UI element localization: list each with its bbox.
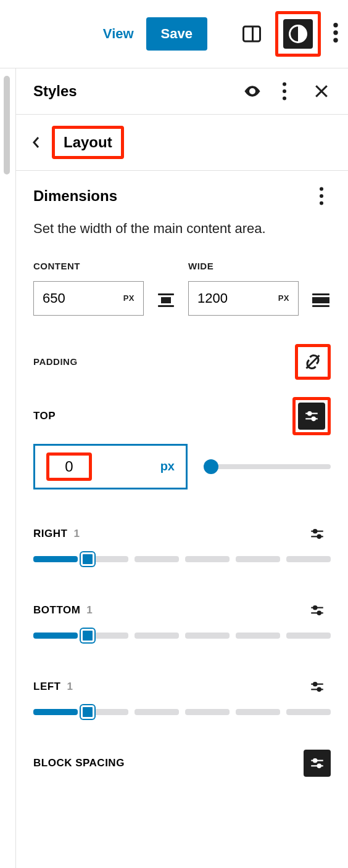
svg-point-11 (320, 187, 323, 190)
svg-point-28 (313, 682, 317, 686)
highlight-top-value (46, 452, 92, 481)
panel-subnav: Layout (16, 115, 348, 171)
padding-right-settings-icon[interactable] (304, 520, 331, 547)
dimensions-description: Set the width of the main content area. (33, 219, 331, 239)
svg-point-8 (283, 97, 286, 100)
svg-point-6 (283, 82, 286, 86)
editor-topbar: View Save (0, 0, 348, 68)
slider-thumb[interactable] (81, 705, 94, 719)
svg-point-26 (318, 612, 321, 615)
unlink-sides-icon[interactable] (302, 351, 324, 373)
scrollbar-hint[interactable] (0, 68, 16, 868)
padding-left-slider[interactable] (33, 709, 331, 715)
svg-point-7 (283, 89, 286, 93)
wide-width-input[interactable] (197, 290, 278, 306)
padding-right-label: RIGHT1 (33, 528, 80, 540)
wide-align-icon[interactable] (311, 293, 331, 307)
panel-title: Styles (33, 83, 230, 100)
content-width-unit[interactable]: PX (123, 293, 135, 303)
padding-left-settings-icon[interactable] (304, 673, 331, 700)
padding-top-label: TOP (33, 410, 56, 422)
svg-point-16 (308, 412, 311, 415)
padding-bottom-slider[interactable] (33, 633, 331, 639)
padding-left-label: LEFT1 (33, 681, 73, 693)
svg-point-20 (313, 530, 317, 533)
highlight-layout-label: Layout (52, 126, 124, 159)
slider-thumb[interactable] (81, 552, 94, 566)
wide-width-unit[interactable]: PX (278, 293, 289, 303)
padding-top-input-wrap[interactable]: px (33, 444, 188, 489)
padding-top-slider[interactable] (204, 464, 331, 469)
svg-point-22 (318, 535, 321, 538)
svg-point-3 (333, 23, 338, 27)
dimensions-heading: Dimensions (33, 187, 117, 205)
padding-bottom-settings-icon[interactable] (304, 597, 331, 624)
content-align-icon[interactable] (156, 293, 176, 307)
panel-header: Styles (16, 68, 348, 115)
wide-width-input-wrap[interactable]: PX (188, 281, 299, 316)
slider-thumb[interactable] (81, 629, 94, 642)
svg-point-34 (318, 764, 321, 768)
dimensions-more-menu-icon[interactable] (312, 187, 331, 205)
padding-top-input[interactable] (57, 458, 81, 475)
panel-toggle-icon[interactable] (237, 19, 267, 49)
highlight-unlink-sides (295, 344, 331, 380)
padding-bottom-label: BOTTOM1 (33, 604, 93, 616)
block-spacing-label: BLOCK SPACING (33, 757, 125, 769)
svg-point-32 (313, 759, 317, 762)
svg-point-30 (318, 688, 321, 691)
svg-point-18 (312, 417, 315, 420)
padding-label: PADDING (33, 356, 78, 367)
content-width-input-wrap[interactable]: PX (33, 281, 144, 316)
close-icon[interactable] (312, 82, 331, 100)
subnav-title: Layout (55, 129, 121, 156)
view-link[interactable]: View (103, 26, 134, 42)
back-icon[interactable] (30, 136, 42, 149)
padding-top-settings-icon[interactable] (298, 403, 325, 430)
content-width-label: CONTENT (33, 261, 144, 271)
padding-top-unit[interactable]: px (160, 459, 175, 473)
preview-icon[interactable] (243, 82, 262, 100)
svg-point-24 (313, 606, 317, 609)
svg-point-5 (333, 38, 338, 43)
padding-right-slider[interactable] (33, 556, 331, 562)
panel-more-menu-icon[interactable] (275, 82, 294, 100)
highlight-contrast-toggle (275, 11, 321, 57)
block-spacing-settings-icon[interactable] (304, 750, 331, 777)
svg-point-13 (320, 202, 323, 205)
content-width-input[interactable] (43, 290, 123, 306)
highlight-top-settings (292, 397, 331, 435)
svg-point-12 (320, 194, 323, 198)
slider-thumb[interactable] (204, 459, 218, 474)
styles-contrast-icon[interactable] (283, 19, 313, 49)
svg-point-4 (333, 30, 338, 35)
wide-width-label: WIDE (188, 261, 299, 271)
topbar-more-menu-icon[interactable] (329, 23, 342, 45)
save-button[interactable]: Save (146, 17, 207, 51)
